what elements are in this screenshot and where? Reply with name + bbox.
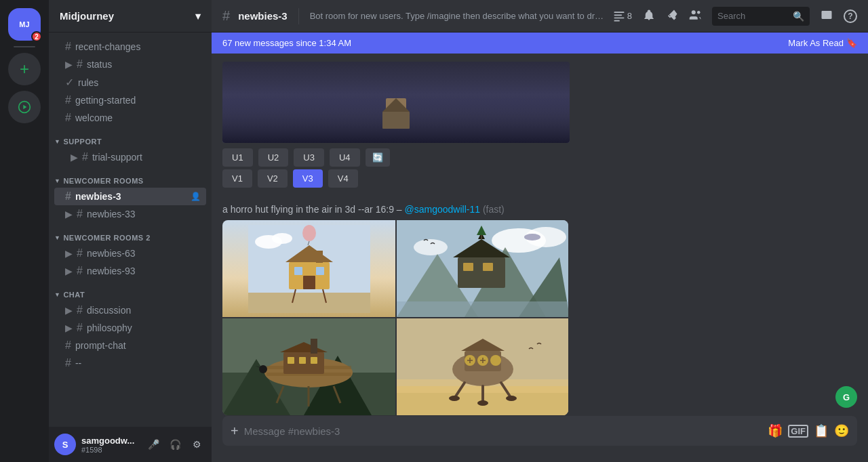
svg-rect-21 — [316, 251, 323, 263]
chevron-icon: ▶ — [65, 305, 73, 316]
channel-name: welcome — [75, 112, 201, 123]
sidebar-item-philosophy[interactable]: ▶ # philosophy — [54, 319, 206, 337]
top-image[interactable] — [222, 62, 570, 143]
sidebar-item-welcome[interactable]: # welcome — [54, 109, 206, 127]
sticker-icon[interactable]: 📋 — [814, 423, 829, 438]
user-limit-icon: 👤 — [191, 192, 201, 201]
gift-icon[interactable]: 🎁 — [768, 423, 783, 438]
sidebar-item-more[interactable]: # -- — [54, 354, 206, 372]
svg-point-58 — [259, 365, 267, 373]
help-icon[interactable]: ? — [844, 9, 857, 23]
collapse-icon: ▼ — [54, 291, 60, 298]
message-group-flying-hut: a horro hut flying in the air in 3d --ar… — [212, 193, 868, 416]
channel-name: recent-changes — [75, 41, 201, 52]
svg-point-41 — [524, 234, 540, 240]
image-cell-2[interactable] — [397, 220, 568, 317]
channel-name: newbies-3 — [75, 191, 186, 202]
notify-icon[interactable] — [643, 9, 655, 24]
svg-point-77 — [477, 400, 488, 406]
microphone-button[interactable]: 🎤 — [144, 435, 163, 454]
messages-area[interactable]: 67 new messages since 1:34 AM Mark As Re… — [212, 33, 868, 416]
search-box[interactable]: 🔍 — [712, 7, 810, 26]
message-username[interactable]: @samgoodwill-11 — [405, 204, 480, 215]
channel-name: prompt-chat — [75, 340, 201, 351]
category-label: NEWCOMER ROOMS — [63, 177, 143, 185]
category-newcomer-rooms-2[interactable]: ▼ NEWCOMER ROOMS 2 — [49, 223, 212, 245]
refresh-button-top[interactable]: 🔄 — [366, 148, 390, 167]
server-chevron-icon: ▾ — [195, 10, 201, 22]
threads-icon[interactable]: 8 — [612, 9, 632, 23]
header-icons: 8 🔍 ? — [612, 7, 857, 26]
message-input-area: + 🎁 GIF 📋 🙂 — [212, 416, 868, 462]
message-input-box[interactable]: + 🎁 GIF 📋 🙂 — [222, 416, 857, 446]
sidebar-item-newbies-93[interactable]: ▶ # newbies-93 — [54, 262, 206, 280]
sidebar-item-newbies-3[interactable]: # newbies-3 👤 — [54, 188, 206, 205]
hash-icon: # — [77, 247, 83, 259]
discover-servers-button[interactable] — [8, 91, 41, 123]
svg-rect-51 — [311, 339, 317, 354]
sidebar-item-newbies-63[interactable]: ▶ # newbies-63 — [54, 245, 206, 262]
channel-hash-icon: # — [222, 8, 230, 24]
upscale-3-button-top[interactable]: U3 — [294, 148, 324, 167]
server-header[interactable]: Midjourney ▾ — [49, 0, 212, 33]
sidebar-item-trial-support[interactable]: ▶ # trial-support — [54, 148, 206, 166]
mark-as-read-button[interactable]: Mark As Read 🔖 — [788, 38, 857, 48]
message-input[interactable] — [244, 419, 763, 444]
vary-3-button-top[interactable]: V3 — [293, 169, 323, 188]
button-row-2-top: V1 V2 V3 V4 — [222, 169, 857, 188]
category-support[interactable]: ▼ SUPPORT — [49, 127, 212, 148]
chevron-icon: ▶ — [71, 152, 78, 163]
svg-point-7 — [697, 11, 701, 14]
svg-rect-15 — [248, 293, 370, 313]
headphone-button[interactable]: 🎧 — [165, 435, 184, 454]
floating-user-avatar[interactable]: G — [835, 386, 857, 408]
image-cell-4[interactable] — [397, 318, 568, 415]
collapse-icon: ▼ — [54, 138, 60, 145]
user-controls: 🎤 🎧 ⚙ — [144, 435, 206, 454]
sidebar-item-rules[interactable]: ✓ rules — [54, 73, 206, 91]
pin-icon[interactable] — [666, 9, 678, 24]
vary-2-button-top[interactable]: V2 — [258, 169, 288, 188]
image-cell-1[interactable] — [222, 220, 395, 317]
vary-1-button-top[interactable]: V1 — [222, 169, 252, 188]
image-cell-3[interactable] — [222, 318, 395, 415]
add-attachment-button[interactable]: + — [231, 423, 239, 439]
image-grid-flying-hut[interactable] — [222, 220, 568, 415]
sidebar-item-discussion[interactable]: ▶ # discussion — [54, 301, 206, 319]
chevron-icon: ▶ — [65, 59, 73, 70]
server-rail: MJ 2 + — [0, 0, 49, 462]
sidebar-item-newbies-33[interactable]: ▶ # newbies-33 — [54, 205, 206, 223]
emoji-button[interactable]: 🙂 — [834, 423, 849, 438]
add-server-button[interactable]: + — [8, 53, 41, 85]
category-label: NEWCOMER ROOMS 2 — [63, 234, 150, 242]
svg-rect-33 — [397, 301, 568, 317]
channel-name: -- — [75, 358, 201, 369]
category-chat[interactable]: ▼ CHAT — [49, 280, 212, 301]
channel-name: getting-started — [75, 95, 201, 106]
midjourney-server-icon[interactable]: MJ 2 — [8, 8, 41, 41]
channel-name: newbies-33 — [87, 209, 201, 219]
inbox-icon[interactable] — [821, 9, 833, 24]
hash-icon: # — [82, 151, 88, 163]
collapse-icon: ▼ — [54, 177, 60, 184]
search-input[interactable] — [717, 11, 789, 21]
sidebar-item-prompt-chat[interactable]: # prompt-chat — [54, 337, 206, 354]
sidebar-item-recent-changes[interactable]: # recent-changes — [54, 38, 206, 56]
button-row-1-top: U1 U2 U3 U4 🔄 — [222, 148, 857, 167]
channel-name: discussion — [87, 305, 201, 316]
main-content: # newbies-3 Bot room for new users. Type… — [212, 0, 868, 462]
category-newcomer-rooms[interactable]: ▼ NEWCOMER ROOMS — [49, 166, 212, 188]
sidebar-item-getting-started[interactable]: # getting-started — [54, 91, 206, 109]
username: samgoodw... — [81, 436, 138, 446]
upscale-1-button-top[interactable]: U1 — [222, 148, 253, 167]
gif-button[interactable]: GIF — [788, 425, 808, 438]
settings-button[interactable]: ⚙ — [187, 435, 206, 454]
upscale-2-button-top[interactable]: U2 — [258, 148, 289, 167]
vary-4-button-top[interactable]: V4 — [328, 169, 358, 188]
upscale-4-button-top[interactable]: U4 — [330, 148, 360, 167]
channel-topic: Bot room for new users. Type /imagine th… — [310, 11, 604, 21]
svg-rect-10 — [382, 112, 410, 129]
sidebar-item-status[interactable]: ▶ # status — [54, 56, 206, 73]
members-icon[interactable] — [689, 9, 701, 24]
channel-name: trial-support — [92, 152, 201, 163]
